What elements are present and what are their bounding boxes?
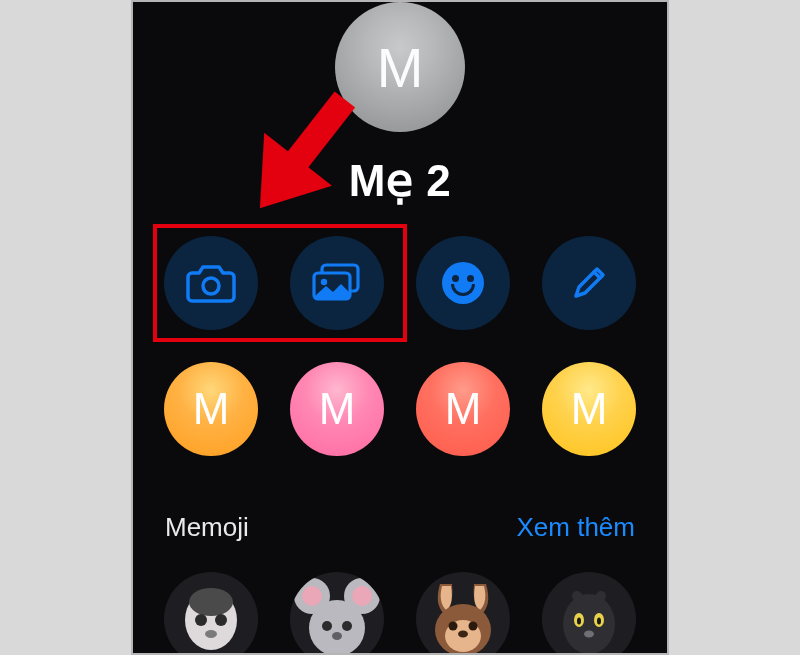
svg-point-7 [215,614,227,626]
svg-point-0 [203,278,219,294]
contact-avatar[interactable]: M [335,2,465,132]
avatar-initial: M [377,35,424,100]
svg-point-5 [189,588,233,616]
svg-point-8 [205,630,217,638]
see-more-link[interactable]: Xem thêm [517,512,636,543]
memoji-option-1[interactable] [164,572,258,655]
pencil-icon [569,263,609,303]
svg-point-27 [584,631,594,638]
monogram-letter: M [193,384,230,434]
memoji-icon [171,578,251,655]
emoji-icon [442,262,484,304]
camera-icon [186,263,236,303]
svg-point-21 [458,631,468,638]
monogram-letter: M [319,384,356,434]
svg-point-13 [309,600,365,655]
camera-button[interactable] [164,236,258,330]
svg-point-16 [332,632,342,640]
memoji-icon [549,578,629,655]
svg-point-14 [322,621,332,631]
monogram-color-options: M M M M [133,362,667,456]
monogram-letter: M [571,384,608,434]
svg-point-26 [597,618,601,625]
svg-point-15 [342,621,352,631]
memoji-icon [418,578,508,655]
memoji-icon [292,578,382,655]
monogram-option-red[interactable]: M [416,362,510,456]
memoji-options [133,572,667,655]
memoji-section-header: Memoji Xem thêm [165,512,635,543]
photos-icon [310,261,364,305]
memoji-option-4[interactable] [542,572,636,655]
svg-point-19 [449,622,458,631]
svg-point-11 [302,586,322,606]
memoji-option-2[interactable] [290,572,384,655]
emoji-button[interactable] [416,236,510,330]
svg-point-6 [195,614,207,626]
svg-point-25 [577,618,581,625]
svg-point-20 [469,622,478,631]
contact-name: Mẹ 2 [133,155,667,206]
phone-frame: M Mẹ 2 [131,0,669,655]
svg-point-3 [321,279,327,285]
monogram-option-orange[interactable]: M [164,362,258,456]
photo-source-options [133,236,667,330]
svg-point-12 [352,586,372,606]
monogram-option-yellow[interactable]: M [542,362,636,456]
edit-button[interactable] [542,236,636,330]
monogram-option-pink[interactable]: M [290,362,384,456]
memoji-option-3[interactable] [416,572,510,655]
memoji-label: Memoji [165,512,249,543]
photos-button[interactable] [290,236,384,330]
contact-photo-editor: M Mẹ 2 [133,2,667,653]
monogram-letter: M [445,384,482,434]
